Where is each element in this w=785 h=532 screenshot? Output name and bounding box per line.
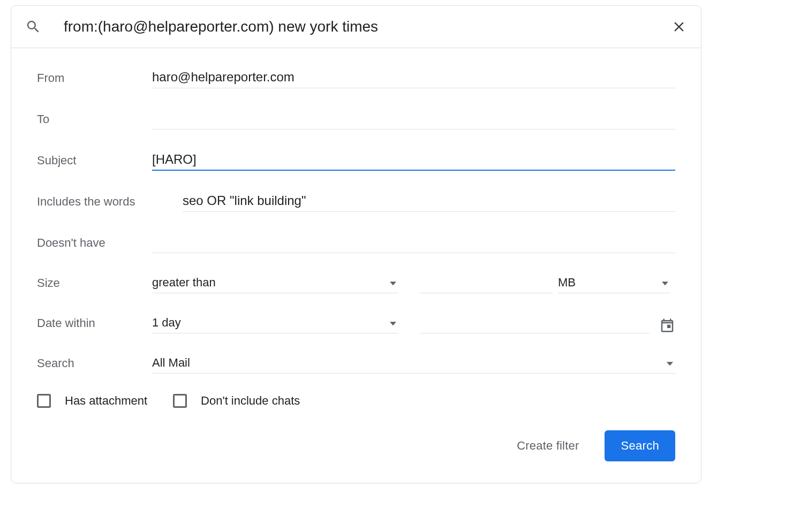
date-value-input[interactable] bbox=[420, 314, 650, 333]
chevron-down-icon bbox=[662, 282, 668, 285]
size-operator-dropdown[interactable]: greater than bbox=[152, 273, 398, 293]
size-unit-value: MB bbox=[558, 276, 576, 289]
from-input[interactable] bbox=[152, 67, 675, 88]
has-attachment-label: Has attachment bbox=[65, 394, 147, 408]
checkbox-icon bbox=[173, 394, 187, 408]
search-in-value: All Mail bbox=[152, 356, 190, 369]
dont-include-chats-checkbox[interactable]: Don't include chats bbox=[173, 394, 300, 408]
date-within-dropdown[interactable]: 1 day bbox=[152, 314, 398, 333]
create-filter-button[interactable]: Create filter bbox=[515, 435, 581, 457]
includes-words-label: Includes the words bbox=[37, 195, 183, 212]
chevron-down-icon bbox=[390, 282, 396, 285]
gmail-advanced-search-panel: From To Subject Includes the words Doesn… bbox=[11, 5, 701, 483]
calendar-icon[interactable] bbox=[659, 317, 675, 333]
includes-words-input[interactable] bbox=[183, 191, 675, 212]
search-in-dropdown[interactable]: All Mail bbox=[152, 354, 675, 374]
date-within-value: 1 day bbox=[152, 316, 181, 329]
size-unit-dropdown[interactable]: MB bbox=[558, 273, 670, 293]
search-button[interactable]: Search bbox=[605, 430, 675, 461]
from-label: From bbox=[37, 71, 152, 88]
advanced-search-form: From To Subject Includes the words Doesn… bbox=[11, 48, 701, 483]
size-operator-value: greater than bbox=[152, 276, 216, 289]
to-label: To bbox=[37, 112, 152, 130]
search-query-input[interactable] bbox=[63, 18, 671, 36]
search-icon bbox=[25, 19, 41, 35]
size-label: Size bbox=[37, 276, 152, 293]
clear-search-icon[interactable] bbox=[671, 19, 687, 35]
search-in-label: Search bbox=[37, 356, 152, 374]
date-within-label: Date within bbox=[37, 316, 152, 333]
subject-input[interactable] bbox=[152, 150, 675, 171]
search-bar bbox=[11, 6, 701, 48]
doesnt-have-label: Doesn't have bbox=[37, 236, 152, 253]
has-attachment-checkbox[interactable]: Has attachment bbox=[37, 394, 147, 408]
subject-label: Subject bbox=[37, 154, 152, 171]
doesnt-have-input[interactable] bbox=[152, 232, 675, 253]
size-value-input[interactable] bbox=[420, 273, 553, 293]
chevron-down-icon bbox=[390, 322, 396, 325]
checkbox-icon bbox=[37, 394, 51, 408]
chevron-down-icon bbox=[667, 362, 673, 366]
to-input[interactable] bbox=[152, 109, 675, 130]
dont-include-chats-label: Don't include chats bbox=[201, 394, 300, 408]
